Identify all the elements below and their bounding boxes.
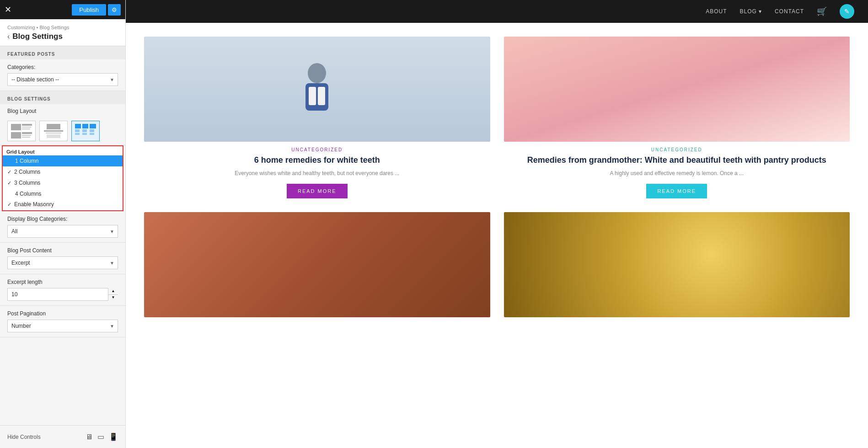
blog-card-1-read-more[interactable]: READ MORE	[287, 184, 348, 198]
svg-rect-9	[44, 130, 63, 132]
hide-controls-label: Hide Controls	[7, 434, 41, 440]
featured-posts-label: FEATURED POSTS	[0, 46, 125, 59]
layout-list-left-button[interactable]	[7, 121, 36, 141]
svg-rect-17	[82, 129, 87, 132]
cart-icon[interactable]: 🛒	[817, 6, 827, 16]
person-svg	[299, 59, 335, 119]
svg-rect-19	[90, 129, 94, 132]
post-pagination-select[interactable]: Number Load More Infinite Scroll	[7, 320, 118, 332]
hide-controls-button[interactable]: Hide Controls	[7, 434, 41, 440]
back-icon[interactable]: ‹	[7, 33, 10, 40]
grid-layout-dropdown: 1 Column 2 Columns 3 Columns 4 Columns	[3, 155, 123, 199]
grid-option-1col[interactable]: 1 Column	[3, 155, 123, 166]
nav-blog[interactable]: BLOG ▾	[740, 8, 762, 15]
svg-rect-4	[11, 132, 21, 139]
close-button[interactable]: ✕	[5, 5, 11, 14]
svg-rect-16	[75, 133, 80, 135]
right-panel: ABOUT BLOG ▾ CONTACT 🛒 ✎	[126, 0, 868, 448]
view-icons: 🖥 ▭ 📱	[86, 432, 118, 441]
blog-post-content-label: Blog Post Content	[7, 247, 118, 254]
panel-back: ‹ Blog Settings	[7, 32, 118, 41]
svg-rect-10	[46, 133, 61, 133]
grid-layout-section: Grid Layout 1 Column 2 Columns 3 Columns…	[2, 145, 123, 211]
nav-blog-arrow-icon: ▾	[759, 8, 762, 15]
top-bar: ✕ Publish ⚙	[0, 0, 125, 19]
display-categories-select[interactable]: All	[7, 225, 118, 238]
svg-rect-24	[318, 87, 325, 105]
site-nav: ABOUT BLOG ▾ CONTACT 🛒 ✎	[126, 0, 868, 23]
post-pagination-field: Post Pagination Number Load More Infinit…	[0, 306, 125, 337]
panel-title: Blog Settings	[12, 32, 63, 41]
blog-card-2-read-more[interactable]: READ MORE	[646, 184, 707, 198]
grid-option-2col[interactable]: 2 Columns	[3, 166, 123, 177]
panel-header: Customizing • Blog Settings ‹ Blog Setti…	[0, 19, 125, 46]
blog-card-2-title: Remedies from grandmother: White and bea…	[527, 155, 826, 165]
grid-option-3col[interactable]: 3 Columns	[3, 177, 123, 188]
blog-card-3-image	[144, 212, 490, 317]
excerpt-length-input[interactable]	[7, 288, 118, 301]
excerpt-length-field: Excerpt length ▲ ▼	[0, 274, 125, 306]
svg-rect-0	[11, 124, 21, 130]
enable-masonry-row[interactable]: Enable Masonry	[3, 199, 123, 210]
blog-card-1-category: UNCATEGORIZED	[291, 147, 343, 152]
layout-grid-button[interactable]	[71, 121, 100, 141]
svg-rect-14	[90, 124, 96, 128]
layout-icons-group	[0, 116, 125, 145]
post-pagination-label: Post Pagination	[7, 310, 118, 317]
display-categories-select-wrap: All ▼	[7, 225, 118, 238]
nav-about[interactable]: ABOUT	[706, 8, 727, 15]
desktop-view-button[interactable]: 🖥	[86, 432, 93, 441]
display-categories-label: Display Blog Categories:	[7, 216, 118, 222]
svg-rect-13	[82, 124, 88, 128]
blog-card-2-excerpt: A highly used and effective remedy is le…	[610, 169, 744, 177]
svg-rect-8	[47, 124, 60, 129]
publish-area: Publish ⚙	[72, 4, 121, 16]
layout-grid-icon	[74, 123, 97, 139]
panel-content: FEATURED POSTS Categories: -- Disable se…	[0, 46, 125, 448]
gear-button[interactable]: ⚙	[108, 4, 121, 16]
svg-point-21	[308, 63, 326, 83]
edit-circle-button[interactable]: ✎	[840, 4, 854, 19]
categories-select[interactable]: -- Disable section --	[7, 73, 118, 86]
number-spin: ▲ ▼	[108, 288, 118, 301]
layout-list-center-icon	[42, 123, 65, 139]
panel-bottom: Hide Controls 🖥 ▭ 📱	[0, 425, 125, 448]
publish-button[interactable]: Publish	[72, 4, 106, 16]
layout-list-left-icon	[10, 123, 33, 139]
svg-rect-5	[22, 132, 32, 134]
blog-card-2-image	[504, 37, 850, 142]
svg-rect-7	[22, 137, 30, 138]
nav-contact[interactable]: CONTACT	[775, 8, 804, 15]
stones-image-placeholder	[504, 212, 850, 317]
mobile-view-button[interactable]: 📱	[109, 432, 118, 441]
excerpt-length-label: Excerpt length	[7, 279, 118, 285]
blog-post-content-field: Blog Post Content Excerpt Full Content ▼	[0, 243, 125, 274]
spin-up-button[interactable]: ▲	[108, 288, 118, 295]
blog-card-2-category: UNCATEGORIZED	[651, 147, 702, 152]
blog-card-2: UNCATEGORIZED Remedies from grandmother:…	[504, 37, 850, 198]
grid-option-4col[interactable]: 4 Columns	[3, 188, 123, 199]
blog-grid: UNCATEGORIZED 6 home remedies for white …	[144, 37, 850, 317]
svg-rect-11	[47, 134, 60, 138]
blog-card-1: UNCATEGORIZED 6 home remedies for white …	[144, 37, 490, 198]
grid-layout-label: Grid Layout	[3, 146, 123, 155]
blog-card-3	[144, 212, 490, 317]
svg-rect-2	[22, 127, 31, 128]
svg-rect-1	[22, 124, 32, 126]
svg-rect-18	[82, 133, 87, 135]
post-pagination-select-wrap: Number Load More Infinite Scroll ▼	[7, 320, 118, 332]
layout-list-center-button[interactable]	[39, 121, 68, 141]
blog-post-content-select-wrap: Excerpt Full Content ▼	[7, 256, 118, 269]
svg-rect-23	[309, 87, 316, 105]
categories-label: Categories:	[7, 64, 118, 70]
teeth-image-placeholder	[504, 37, 850, 142]
spin-down-button[interactable]: ▼	[108, 295, 118, 301]
blog-card-1-title: 6 home remedies for white teeth	[254, 155, 380, 165]
back-image-placeholder	[144, 212, 490, 317]
blog-post-content-select[interactable]: Excerpt Full Content	[7, 256, 118, 269]
blog-card-4-image	[504, 212, 850, 317]
tablet-view-button[interactable]: ▭	[97, 432, 104, 441]
blog-settings-label: BLOG SETTINGS	[0, 91, 125, 104]
blog-content: UNCATEGORIZED 6 home remedies for white …	[126, 23, 868, 448]
categories-select-wrap: -- Disable section -- ▼	[7, 73, 118, 86]
